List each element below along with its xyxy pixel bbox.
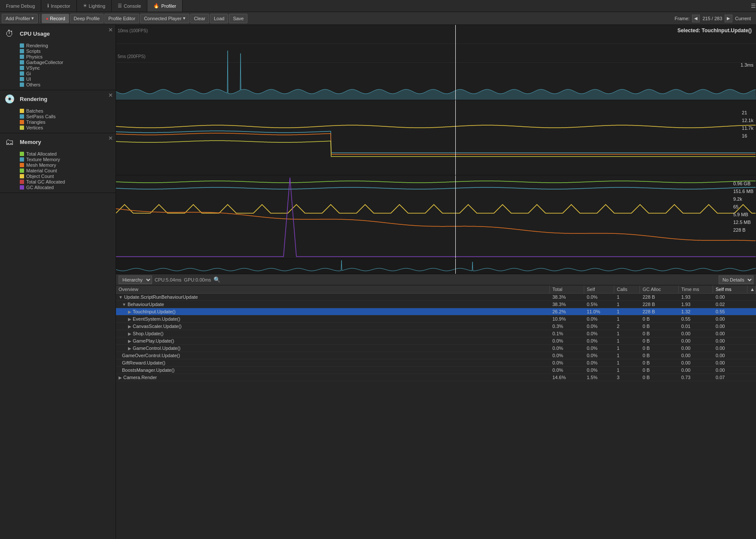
legend-gi: Gi: [20, 71, 113, 76]
record-button[interactable]: ● Record: [42, 14, 69, 23]
table-row-selected[interactable]: ▶ TouchInput.Update() 26.2% 11.0% 1 228 …: [116, 308, 756, 315]
profile-table[interactable]: Overview Total Self Calls GC Alloc Time …: [116, 285, 756, 539]
row-selfms-5: 0.00: [713, 330, 747, 337]
hierarchy-select[interactable]: Hierarchy: [119, 276, 152, 284]
tab-lighting[interactable]: ☀ Lighting: [77, 0, 112, 12]
header-sort-arrow[interactable]: ▲: [747, 285, 756, 293]
clear-button[interactable]: Clear: [190, 14, 209, 23]
row-extra-1: [747, 301, 756, 308]
console-icon: ☰: [118, 3, 122, 9]
expand-arrow-11[interactable]: ▶: [119, 375, 122, 380]
graphs-area[interactable]: Selected: TouchInput.Update() 10ms (100F…: [116, 25, 756, 274]
total-gc-color: [20, 180, 24, 184]
tab-frame-debug-label: Frame Debug: [6, 3, 35, 9]
cpu-close-button[interactable]: ✕: [108, 27, 113, 33]
table-row[interactable]: ▶ Shop.Update() 0.1% 0.0% 1 0 B 0.00 0.0…: [116, 330, 756, 337]
tab-inspector-label: Inspector: [51, 3, 70, 9]
header-total[interactable]: Total: [550, 285, 584, 293]
row-total-3: 10.9%: [550, 315, 584, 322]
legend-setpass: SetPass Calls: [20, 114, 113, 119]
rendering-close-button[interactable]: ✕: [108, 92, 113, 98]
mem-val-2: 151.6 MB: [733, 187, 753, 195]
memory-graph[interactable]: 0.96 GB 151.6 MB 9.2k 65 5.9 MB 12.5 MB …: [116, 175, 756, 259]
cpu-graph[interactable]: 10ms (100FPS) 5ms (200FPS) 1.3ms: [116, 25, 756, 100]
expand-arrow-7[interactable]: ▶: [128, 346, 131, 351]
menu-icon[interactable]: ☰: [751, 3, 756, 9]
table-row[interactable]: GameOverControl.Update() 0.0% 0.0% 1 0 B…: [116, 352, 756, 359]
cpu-canvas: [116, 25, 756, 100]
memory-section-icon: 🗂: [3, 135, 16, 149]
row-extra-9: [747, 359, 756, 366]
gc-color: [20, 60, 24, 64]
expand-arrow-4[interactable]: ▶: [128, 324, 131, 329]
row-extra-7: [747, 345, 756, 352]
row-name-8: GameOverControl.Update(): [116, 352, 550, 359]
expand-arrow-0[interactable]: ▼: [119, 295, 123, 300]
tab-profiler[interactable]: 🔥 Profiler: [147, 0, 183, 12]
memory-legend: Total Allocated Texture Memory Mesh Memo…: [0, 150, 116, 193]
table-row[interactable]: ▼ BehaviourUpdate 38.3% 0.5% 1 228 B 1.9…: [116, 301, 756, 308]
header-time-ms[interactable]: Time ms: [679, 285, 713, 293]
memory-close-button[interactable]: ✕: [108, 135, 113, 141]
table-row[interactable]: GiftReward.Update() 0.0% 0.0% 1 0 B 0.00…: [116, 359, 756, 367]
row-gc-10: 0 B: [640, 367, 679, 374]
row-calls-9: 1: [614, 359, 640, 366]
cursor-values-memory: 0.96 GB 151.6 MB 9.2k 65 5.9 MB 12.5 MB …: [733, 180, 753, 234]
header-overview[interactable]: Overview: [116, 285, 550, 293]
tab-inspector[interactable]: ℹ Inspector: [41, 0, 76, 12]
gc-alloc-label: GC Allocated: [26, 185, 54, 190]
table-row[interactable]: ▶ Camera.Render 14.6% 1.5% 3 0 B 0.73 0.…: [116, 374, 756, 381]
connected-player-button[interactable]: Connected Player ▾: [140, 14, 189, 23]
rendering-graph[interactable]: 21 12.1k 11.7k 16: [116, 100, 756, 175]
table-row[interactable]: ▶ GameControl.Update() 0.0% 0.0% 1 0 B 0…: [116, 345, 756, 352]
expand-arrow-6[interactable]: ▶: [128, 339, 131, 343]
frame-prev-button[interactable]: ◀: [692, 15, 700, 22]
row-time-11: 0.73: [679, 374, 713, 381]
header-self[interactable]: Self: [584, 285, 614, 293]
tab-console[interactable]: ☰ Console: [112, 0, 147, 12]
row-self-11: 1.5%: [584, 374, 614, 381]
expand-arrow-5[interactable]: ▶: [128, 331, 131, 336]
row-selfms-1: 0.02: [713, 301, 747, 308]
row-time-3: 0.55: [679, 315, 713, 322]
header-self-ms[interactable]: Self ms: [713, 285, 747, 293]
table-row[interactable]: ▶ CanvasScaler.Update() 0.3% 0.0% 2 0 B …: [116, 323, 756, 330]
table-row[interactable]: ▼ Update.ScriptRunBehaviourUpdate 38.3% …: [116, 294, 756, 301]
add-profiler-button[interactable]: Add Profiler ▾: [2, 14, 38, 23]
row-self-9: 0.0%: [584, 359, 614, 366]
row-self-4: 0.0%: [584, 323, 614, 330]
scripts-color: [20, 49, 24, 53]
mem-val-4: 65: [733, 203, 753, 211]
total-alloc-label: Total Allocated: [26, 151, 57, 156]
search-icon[interactable]: 🔍: [213, 276, 220, 283]
row-total-6: 0.0%: [550, 337, 584, 344]
profile-editor-button[interactable]: Profile Editor: [104, 14, 139, 23]
frame-next-button[interactable]: ▶: [725, 15, 732, 22]
selected-tooltip: Selected: TouchInput.Update(): [677, 28, 752, 34]
row-selfms-0: 0.00: [713, 294, 747, 300]
save-button[interactable]: Save: [229, 14, 247, 23]
table-row[interactable]: ▶ GamePlay.Update() 0.0% 0.0% 1 0 B 0.00…: [116, 337, 756, 345]
mini-graph[interactable]: [116, 259, 756, 274]
header-gc-alloc[interactable]: GC Alloc: [640, 285, 679, 293]
load-button[interactable]: Load: [210, 14, 228, 23]
expand-arrow-2[interactable]: ▶: [128, 309, 131, 314]
lighting-icon: ☀: [83, 3, 87, 9]
row-time-4: 0.01: [679, 323, 713, 330]
expand-arrow-1[interactable]: ▼: [122, 302, 126, 307]
row-selfms-10: 0.00: [713, 367, 747, 374]
deep-profile-button[interactable]: Deep Profile: [70, 14, 104, 23]
tab-profiler-label: Profiler: [161, 3, 176, 9]
row-name-6: ▶ GamePlay.Update(): [116, 337, 550, 344]
expand-arrow-3[interactable]: ▶: [128, 317, 131, 322]
frame-info: Frame: ◀ 215 / 283 ▶ Current: [675, 15, 751, 22]
legend-texture-memory: Texture Memory: [20, 157, 113, 162]
legend-physics: Physics: [20, 54, 113, 59]
row-self-6: 0.0%: [584, 337, 614, 344]
header-calls[interactable]: Calls: [614, 285, 640, 293]
tab-frame-debug[interactable]: Frame Debug: [0, 0, 41, 12]
no-details-select[interactable]: No Details: [719, 276, 753, 284]
gpu-info: GPU:0.00ms: [184, 277, 211, 282]
table-row[interactable]: ▶ EventSystem.Update() 10.9% 0.0% 1 0 B …: [116, 315, 756, 323]
table-row[interactable]: BoostsManager.Update() 0.0% 0.0% 1 0 B 0…: [116, 367, 756, 374]
